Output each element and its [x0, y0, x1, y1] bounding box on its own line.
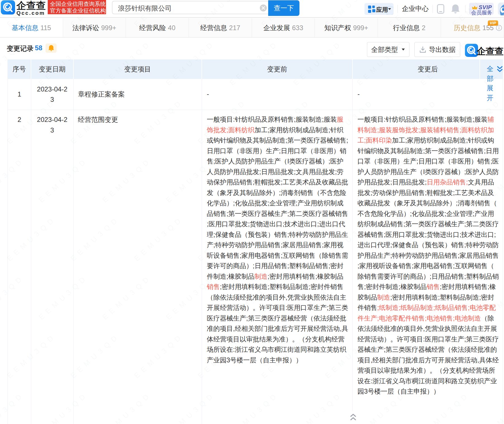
qcc-brand-icon — [465, 44, 478, 57]
bell-icon — [48, 45, 54, 52]
tab-industry-info[interactable]: 行业信息2 — [378, 18, 441, 37]
chevron-double-up-icon — [350, 413, 357, 421]
mobile-app-icon[interactable] — [437, 4, 444, 14]
row2-no: 2 — [8, 114, 31, 125]
tab-count: 115 — [40, 24, 51, 32]
row1-item: 章程修正案备案 — [78, 79, 201, 110]
row-divider — [8, 110, 503, 110]
apps-label: 应用 — [376, 6, 388, 14]
tab-label: 法律诉讼 — [72, 23, 99, 32]
filter-caret-down-icon — [402, 49, 405, 50]
tab-count: 217 — [229, 24, 240, 32]
section-title: 变更记录 — [7, 44, 33, 53]
tab-legal-proceedings[interactable]: 法律诉讼999+ — [63, 18, 126, 37]
row1-after: - — [357, 79, 497, 110]
qcc-logo-icon[interactable] — [1, 0, 15, 15]
brand-name: 企查查 — [16, 1, 47, 10]
col-header-no: 序号 — [8, 59, 31, 79]
qcc-brand-watermark: 企查查 — [465, 44, 504, 57]
header-divider — [465, 5, 465, 13]
apps-grid-icon — [368, 6, 375, 13]
col-header-item: 变更项目 — [74, 59, 201, 79]
notification-bell-icon[interactable] — [451, 4, 460, 14]
svip-member-service[interactable]: SVIP 会员服务 — [469, 3, 494, 15]
tab-count: 999+ — [353, 24, 368, 32]
tab-label: 历史信息 — [454, 23, 481, 32]
expand-all-button[interactable]: 全部展开 — [479, 59, 503, 102]
tab-count: 2 — [422, 24, 425, 32]
tab-label: 经营信息 — [200, 23, 227, 32]
column-divider — [73, 79, 74, 424]
row1-before: - — [207, 79, 346, 110]
tab-enterprise-development[interactable]: 企业发展633 — [252, 18, 315, 37]
row2-date: 2023-04-23 — [31, 114, 73, 135]
vip-badge: VIP — [488, 20, 498, 26]
type-filter-dropdown[interactable]: 全部类型 — [367, 42, 409, 57]
tab-label: 行业信息 — [393, 23, 420, 32]
tab-label: 基本信息 — [12, 23, 39, 32]
certification-badge: 全国企业信用查询系统 官方备案企业征信机构 — [48, 0, 106, 14]
badge-line-1: 全国企业信用查询系统 — [50, 1, 106, 7]
qcc-logo-wordmark[interactable]: 企查查 Qcc.com — [16, 1, 47, 15]
row2-item: 经营范围变更 — [78, 114, 201, 125]
subscribe-bell-button[interactable] — [45, 44, 57, 53]
column-divider — [352, 79, 353, 411]
search-button[interactable]: 查一下 — [268, 0, 299, 16]
type-filter-label: 全部类型 — [371, 45, 398, 54]
change-records-table: 序号 变更日期 变更项目 变更前 变更后 1 2023-04-23 章程修正案备… — [8, 59, 503, 424]
search-value: 浪莎针织有限公司 — [118, 4, 172, 13]
tab-count: 40 — [168, 24, 176, 32]
column-divider — [202, 79, 202, 424]
enterprise-center-link[interactable]: 企业中心 — [402, 4, 429, 13]
tab-basic-info[interactable]: 基本信息115 — [0, 18, 63, 37]
svip-sublabel: 会员服务 — [471, 9, 492, 16]
tab-label: 知识产权 — [324, 23, 351, 32]
tab-business-info[interactable]: 经营信息217 — [189, 18, 252, 37]
qcc-brand-text: 企查查 — [477, 45, 503, 58]
apps-menu[interactable]: 应用 — [364, 3, 393, 15]
export-data-button[interactable]: 导出数据 — [414, 42, 460, 57]
tab-label: 企业发展 — [263, 23, 290, 32]
brand-domain: Qcc.com — [16, 11, 47, 15]
row2-after: 一般项目:针纺织品及原料销售;服装制造;服装辅料制造;服装服饰批发;服装辅料销售… — [357, 114, 499, 397]
row1-no: 1 — [8, 79, 31, 110]
section-count: 58 — [35, 44, 42, 52]
tab-intellectual-property[interactable]: 知识产权999+ — [315, 18, 378, 37]
tab-count: 999+ — [101, 24, 116, 32]
expand-all-chevron-double-down-icon — [496, 65, 503, 73]
service-mascot-icon[interactable] — [498, 3, 504, 15]
search-input[interactable]: 浪莎针织有限公司 — [112, 1, 268, 14]
tab-history-info[interactable]: 历史信息155VIP — [441, 18, 504, 37]
apps-caret-down-icon — [388, 8, 391, 10]
col-header-before: 变更前 — [202, 59, 352, 79]
export-label: 导出数据 — [429, 45, 456, 54]
header-divider — [397, 5, 398, 13]
col-header-date: 变更日期 — [31, 59, 73, 79]
row1-date: 2023-04-23 — [31, 79, 73, 110]
tab-count: 633 — [292, 24, 303, 32]
tab-business-risk[interactable]: 经营风险40 — [126, 18, 189, 37]
badge-line-2: 官方备案企业征信机构 — [50, 7, 106, 14]
header-divider — [433, 5, 433, 13]
clear-search-icon[interactable] — [260, 4, 267, 11]
table-header-row: 序号 变更日期 变更项目 变更前 变更后 — [8, 59, 503, 79]
tab-label: 经营风险 — [139, 23, 166, 32]
download-icon — [419, 46, 426, 53]
collapse-row-button[interactable] — [346, 411, 360, 423]
expand-all-label: 全部展开 — [487, 64, 493, 103]
row2-before: 一般项目:针纺织品及原料销售;服装制造;服装服饰批发;面料纺织加工;家用纺织制成… — [207, 114, 349, 365]
section-tabs: 基本信息115法律诉讼999+经营风险40经营信息217企业发展633知识产权9… — [0, 18, 504, 38]
top-header: 企查查 Qcc.com 全国企业信用查询系统 官方备案企业征信机构 浪莎针织有限… — [0, 0, 504, 18]
